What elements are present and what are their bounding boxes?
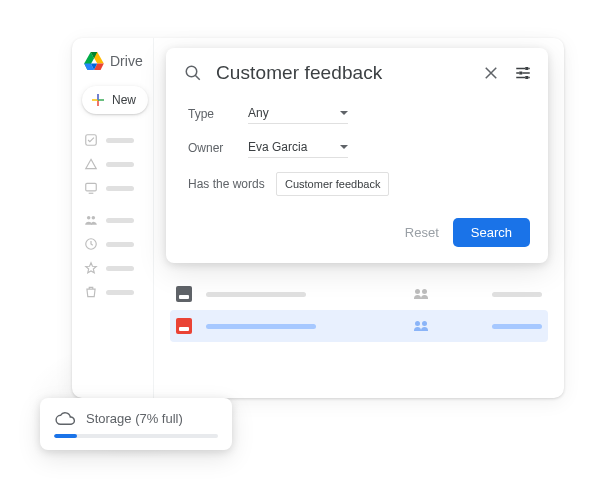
file-type-icon	[176, 286, 192, 302]
filter-type-select[interactable]: Any	[248, 104, 348, 124]
check-square-icon	[84, 133, 98, 147]
search-bar: Customer feedback	[166, 48, 548, 94]
search-actions: Reset Search	[166, 214, 548, 263]
brand-name: Drive	[110, 53, 143, 69]
triangle-icon	[84, 157, 98, 171]
svg-point-2	[87, 216, 91, 220]
nav-list	[72, 128, 153, 304]
nav-item-shared[interactable]	[84, 208, 153, 232]
search-input[interactable]: Customer feedback	[216, 62, 468, 84]
storage-progress-fill	[54, 434, 77, 438]
trash-icon	[84, 285, 98, 299]
brand: Drive	[72, 52, 153, 86]
close-icon[interactable]	[482, 64, 500, 82]
people-icon	[84, 213, 98, 227]
search-panel: Customer feedback Type Any Owner Eva Gar…	[166, 48, 548, 263]
svg-point-5	[186, 66, 197, 77]
filter-words: Has the words Customer feedback	[188, 172, 526, 196]
file-list	[154, 278, 564, 342]
filter-type-label: Type	[188, 107, 248, 121]
tune-icon[interactable]	[514, 64, 532, 82]
svg-rect-1	[86, 183, 97, 191]
shared-icon	[414, 321, 428, 331]
nav-item-trash[interactable]	[84, 280, 153, 304]
file-type-icon	[176, 318, 192, 334]
star-icon	[84, 261, 98, 275]
filter-type: Type Any	[188, 104, 526, 124]
nav-item-starred[interactable]	[84, 256, 153, 280]
chevron-down-icon	[340, 145, 348, 149]
storage-label: Storage (7% full)	[86, 411, 183, 426]
storage-card[interactable]: Storage (7% full)	[40, 398, 232, 450]
reset-button[interactable]: Reset	[405, 225, 439, 240]
filter-words-label: Has the words	[188, 177, 276, 191]
cloud-icon	[54, 410, 76, 426]
clock-icon	[84, 237, 98, 251]
drive-logo-icon	[84, 52, 104, 70]
sidebar: Drive New	[72, 38, 154, 398]
svg-rect-6	[525, 67, 528, 70]
filter-owner-select[interactable]: Eva Garcia	[248, 138, 348, 158]
filter-owner: Owner Eva Garcia	[188, 138, 526, 158]
svg-rect-8	[525, 76, 528, 79]
svg-rect-7	[519, 72, 522, 75]
file-row-selected[interactable]	[170, 310, 548, 342]
nav-item-recent[interactable]	[84, 232, 153, 256]
nav-item-mydrive[interactable]	[84, 152, 153, 176]
chevron-down-icon	[340, 111, 348, 115]
nav-item-priority[interactable]	[84, 128, 153, 152]
computer-icon	[84, 181, 98, 195]
file-row[interactable]	[170, 278, 548, 310]
new-button[interactable]: New	[82, 86, 148, 114]
search-filters: Type Any Owner Eva Garcia Has the words …	[166, 94, 548, 214]
search-icon	[184, 64, 202, 82]
shared-icon	[414, 289, 428, 299]
nav-item-computers[interactable]	[84, 176, 153, 200]
filter-words-input[interactable]: Customer feedback	[276, 172, 389, 196]
svg-point-3	[92, 216, 96, 220]
search-button[interactable]: Search	[453, 218, 530, 247]
new-button-label: New	[112, 93, 136, 107]
filter-owner-label: Owner	[188, 141, 248, 155]
storage-progress	[54, 434, 218, 438]
plus-icon	[90, 92, 106, 108]
